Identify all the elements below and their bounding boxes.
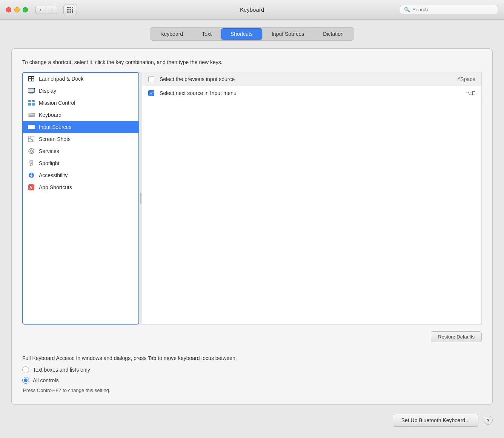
- svg-rect-18: [31, 113, 32, 114]
- radio-outer-text-boxes[interactable]: [22, 366, 29, 373]
- hint-text: Press Control+F7 to change this setting.: [23, 387, 482, 393]
- sidebar-label-input-sources: Input Sources: [39, 124, 71, 130]
- sidebar-item-launchpad-dock[interactable]: Launchpad & Dock: [23, 73, 138, 85]
- svg-point-38: [30, 150, 32, 152]
- bottom-controls: Restore Defaults Full Keyboard Access: I…: [22, 331, 482, 397]
- forward-button[interactable]: ›: [47, 6, 57, 14]
- radio-label-text-boxes: Text boxes and lists only: [33, 367, 90, 373]
- sidebar-label-screen-shots: Screen Shots: [39, 136, 71, 142]
- tab-input-sources[interactable]: Input Sources: [262, 28, 313, 40]
- restore-defaults-button[interactable]: Restore Defaults: [431, 331, 482, 342]
- sidebar-item-app-shortcuts[interactable]: A App Shortcuts: [23, 181, 138, 193]
- svg-rect-10: [28, 100, 31, 102]
- app-shortcuts-icon: A: [28, 184, 35, 190]
- traffic-lights: [6, 7, 28, 12]
- shortcut-row-prev-input[interactable]: Select the previous input source ^Space: [142, 72, 481, 86]
- sidebar-item-display[interactable]: Display: [23, 85, 138, 97]
- radio-all-controls[interactable]: All controls: [22, 377, 482, 384]
- search-input[interactable]: [412, 7, 494, 12]
- tab-dictation[interactable]: Dictation: [313, 28, 353, 40]
- checkbox-next-input[interactable]: [148, 90, 154, 96]
- mission-control-icon: [28, 100, 35, 106]
- accessibility-icon: [28, 172, 35, 178]
- svg-rect-31: [29, 128, 34, 129]
- grid-view-button[interactable]: [63, 5, 77, 15]
- right-pane: Select the previous input source ^Space …: [142, 72, 482, 325]
- tab-keyboard[interactable]: Keyboard: [151, 28, 192, 40]
- sidebar-label-mission-control: Mission Control: [39, 100, 75, 106]
- sidebar-item-mission-control[interactable]: Mission Control: [23, 97, 138, 109]
- bluetooth-keyboard-button[interactable]: Set Up Bluetooth Keyboard...: [393, 414, 478, 427]
- svg-rect-20: [33, 113, 34, 114]
- svg-rect-27: [31, 126, 32, 126]
- sidebar-item-input-sources[interactable]: Input Sources: [23, 121, 138, 133]
- svg-rect-4: [32, 79, 34, 81]
- shortcut-label-next-input: Select next source in Input menu: [160, 90, 461, 96]
- input-sources-icon: [28, 124, 35, 130]
- tab-text[interactable]: Text: [192, 28, 221, 40]
- svg-rect-3: [29, 79, 31, 81]
- tab-shortcuts[interactable]: Shortcuts: [221, 28, 262, 40]
- content-panel: To change a shortcut, select it, click t…: [11, 48, 493, 405]
- svg-rect-2: [32, 77, 34, 78]
- svg-rect-28: [32, 126, 33, 126]
- titlebar: ‹ › Keyboard 🔍: [0, 0, 504, 20]
- shortcut-row-next-input[interactable]: Select next source in Input menu ⌥E: [142, 86, 481, 100]
- checkbox-prev-input[interactable]: [148, 76, 154, 82]
- keyboard-icon: [28, 112, 35, 118]
- svg-rect-26: [30, 126, 31, 126]
- svg-rect-12: [28, 103, 31, 106]
- sidebar-list: Launchpad & Dock Display Mission Control: [22, 72, 139, 325]
- svg-marker-36: [32, 139, 33, 141]
- tabs: Keyboard Text Shortcuts Input Sources Di…: [150, 27, 354, 41]
- shortcut-key-prev-input: ^Space: [458, 76, 475, 82]
- svg-rect-21: [29, 115, 34, 116]
- services-icon: [28, 148, 35, 154]
- search-bar[interactable]: 🔍: [400, 5, 498, 14]
- sidebar-label-launchpad-dock: Launchpad & Dock: [39, 76, 83, 82]
- divider-handle: [139, 72, 142, 325]
- svg-rect-19: [32, 113, 33, 114]
- divider-dot: [140, 193, 141, 204]
- svg-rect-25: [29, 126, 29, 126]
- window-title: Keyboard: [240, 6, 264, 13]
- display-icon: [28, 88, 35, 94]
- sidebar-item-keyboard[interactable]: Keyboard: [23, 109, 138, 121]
- sidebar-item-screen-shots[interactable]: Screen Shots: [23, 133, 138, 145]
- radio-outer-all-controls[interactable]: [22, 377, 29, 384]
- maximize-button[interactable]: [23, 7, 28, 12]
- help-button[interactable]: ?: [484, 416, 493, 425]
- sidebar-label-keyboard: Keyboard: [39, 112, 61, 118]
- shortcut-label-prev-input: Select the previous input source: [160, 76, 453, 82]
- keyboard-access-title: Full Keyboard Access: In windows and dia…: [22, 355, 482, 361]
- svg-rect-11: [32, 100, 35, 102]
- restore-btn-row: Restore Defaults: [22, 331, 482, 342]
- tabs-container: Keyboard Text Shortcuts Input Sources Di…: [11, 27, 493, 41]
- sidebar-item-services[interactable]: Services: [23, 145, 138, 157]
- svg-point-47: [31, 173, 32, 175]
- svg-rect-30: [29, 127, 34, 128]
- radio-text-boxes-only[interactable]: Text boxes and lists only: [22, 366, 482, 373]
- screen-shots-icon: [28, 136, 35, 142]
- sidebar-label-display: Display: [39, 88, 56, 94]
- main-content: Keyboard Text Shortcuts Input Sources Di…: [0, 20, 504, 438]
- sidebar-item-spotlight[interactable]: Spotlight: [23, 157, 138, 169]
- split-pane: Launchpad & Dock Display Mission Control: [22, 72, 482, 325]
- keyboard-access-section: Full Keyboard Access: In windows and dia…: [22, 349, 482, 397]
- back-button[interactable]: ‹: [35, 6, 46, 14]
- spotlight-icon: [28, 160, 35, 166]
- svg-rect-1: [29, 77, 31, 78]
- sidebar-label-spotlight: Spotlight: [39, 160, 59, 166]
- svg-rect-22: [29, 116, 34, 117]
- minimize-button[interactable]: [14, 7, 20, 12]
- svg-text:A: A: [29, 185, 32, 190]
- close-button[interactable]: [6, 7, 11, 12]
- search-icon: 🔍: [404, 7, 410, 12]
- svg-rect-17: [30, 113, 31, 114]
- nav-buttons: ‹ ›: [35, 6, 57, 14]
- svg-rect-29: [33, 126, 34, 126]
- svg-rect-16: [29, 113, 29, 114]
- sidebar-label-app-shortcuts: App Shortcuts: [39, 184, 72, 190]
- svg-rect-13: [32, 103, 35, 106]
- sidebar-item-accessibility[interactable]: Accessibility: [23, 169, 138, 181]
